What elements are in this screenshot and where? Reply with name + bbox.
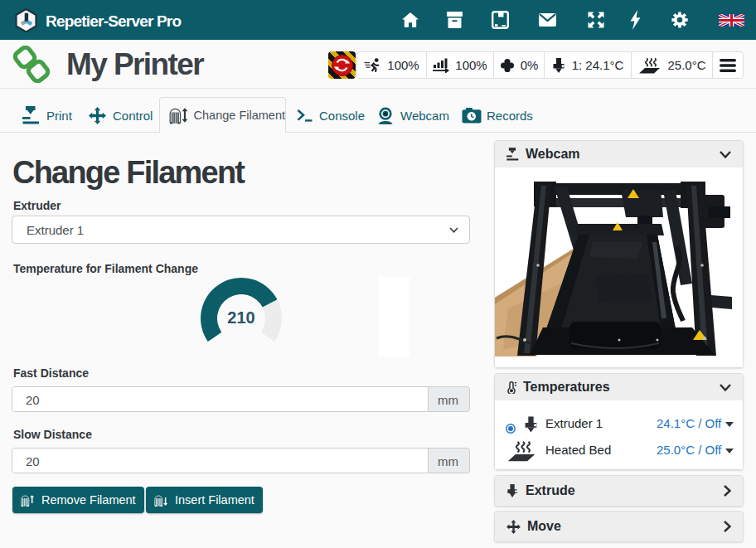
svg-text:210: 210 [227,308,254,327]
